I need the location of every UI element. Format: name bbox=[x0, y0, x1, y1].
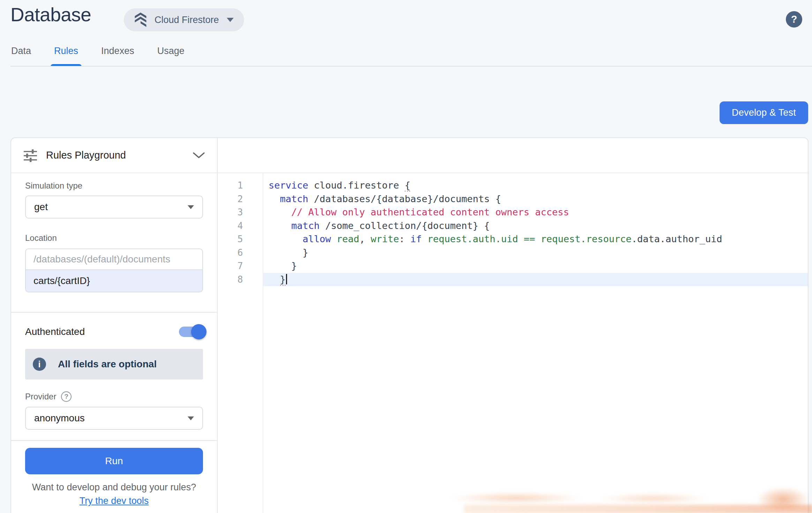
location-label: Location bbox=[25, 233, 203, 243]
editor-toolbar bbox=[218, 138, 808, 173]
code-line-content[interactable]: // Allow only authenticated content owne… bbox=[263, 206, 808, 219]
authenticated-label: Authenticated bbox=[25, 326, 85, 337]
tab-label: Indexes bbox=[101, 46, 134, 56]
playground-body: Simulation type get Location /databases/… bbox=[11, 173, 217, 513]
provider-label: Provider bbox=[25, 392, 56, 401]
code-line[interactable]: 4 match /some_collection/{document} { bbox=[218, 219, 808, 233]
playground-header[interactable]: Rules Playground bbox=[11, 138, 217, 173]
run-button[interactable]: Run bbox=[25, 448, 203, 474]
line-number: 7 bbox=[218, 259, 263, 273]
info-banner: All fields are optional bbox=[25, 349, 203, 380]
rules-card: Rules Playground Simulation type get Loc… bbox=[10, 137, 809, 513]
tune-icon bbox=[23, 148, 38, 163]
firestore-icon bbox=[133, 12, 148, 28]
page-title: Database bbox=[10, 3, 91, 26]
line-number: 2 bbox=[218, 192, 263, 206]
code-line-content[interactable]: allow read, write: if request.auth.uid =… bbox=[263, 232, 808, 246]
divider bbox=[11, 312, 217, 313]
line-number: 4 bbox=[218, 219, 263, 233]
code-line-content[interactable]: } bbox=[263, 273, 808, 286]
text-cursor bbox=[286, 274, 287, 284]
provider-value: anonymous bbox=[34, 413, 85, 424]
dev-tools-question: Want to develop and debug your rules? bbox=[25, 482, 203, 493]
code-line[interactable]: 2 match /databases/{database}/documents … bbox=[218, 192, 808, 206]
code-line[interactable]: 7 } bbox=[218, 259, 808, 273]
playground-title: Rules Playground bbox=[46, 150, 126, 161]
tabs-divider bbox=[10, 66, 812, 67]
line-number: 3 bbox=[218, 206, 263, 219]
tabs: DataRulesIndexesUsage bbox=[10, 46, 207, 67]
simulation-type-label: Simulation type bbox=[25, 181, 203, 191]
tab-usage[interactable]: Usage bbox=[157, 46, 185, 67]
toggle-knob bbox=[191, 324, 206, 339]
product-label: Cloud Firestore bbox=[155, 15, 219, 25]
simulation-type-select[interactable]: get bbox=[25, 196, 203, 219]
provider-row: Provider bbox=[25, 391, 203, 402]
chevron-down-icon[interactable] bbox=[193, 152, 205, 159]
code-line-content[interactable]: match /some_collection/{document} { bbox=[263, 219, 808, 233]
tab-label: Usage bbox=[157, 46, 185, 56]
location-field[interactable]: /databases/(default)/documents carts/{ca… bbox=[25, 248, 203, 292]
tab-indexes[interactable]: Indexes bbox=[100, 46, 135, 67]
product-selector[interactable]: Cloud Firestore bbox=[124, 8, 244, 31]
code-lines: 1service cloud.firestore {2 match /datab… bbox=[218, 179, 808, 286]
dev-tools-link[interactable]: Try the dev tools bbox=[25, 496, 203, 506]
code-editor[interactable]: 1service cloud.firestore {2 match /datab… bbox=[218, 173, 808, 513]
gutter-divider bbox=[263, 173, 263, 513]
app-header: Database Cloud Firestore bbox=[10, 3, 812, 35]
location-input[interactable]: carts/{cartID} bbox=[26, 270, 202, 292]
location-placeholder: /databases/(default)/documents bbox=[26, 249, 202, 270]
develop-test-button[interactable]: Develop & Test bbox=[720, 101, 808, 124]
line-number: 5 bbox=[218, 232, 263, 246]
caret-down-icon bbox=[227, 18, 234, 22]
caret-down-icon bbox=[188, 416, 194, 420]
caret-down-icon bbox=[188, 205, 194, 209]
code-line[interactable]: 1service cloud.firestore { bbox=[218, 179, 808, 192]
line-number: 1 bbox=[218, 179, 263, 192]
code-line[interactable]: 3 // Allow only authenticated content ow… bbox=[218, 206, 808, 219]
code-line-content[interactable]: } bbox=[263, 246, 808, 260]
help-icon[interactable] bbox=[786, 11, 802, 28]
info-message: All fields are optional bbox=[58, 359, 157, 370]
code-line[interactable]: 8 } bbox=[218, 273, 808, 286]
simulation-type-value: get bbox=[34, 201, 48, 213]
line-number: 6 bbox=[218, 246, 263, 260]
authenticated-toggle[interactable] bbox=[179, 327, 206, 337]
provider-select[interactable]: anonymous bbox=[25, 407, 203, 430]
tab-label: Data bbox=[11, 46, 31, 56]
provider-help-icon[interactable] bbox=[61, 391, 72, 402]
tab-rules[interactable]: Rules bbox=[53, 46, 79, 67]
info-icon bbox=[33, 358, 46, 371]
code-line[interactable]: 6 } bbox=[218, 246, 808, 260]
code-line-content[interactable]: match /databases/{database}/documents { bbox=[263, 192, 808, 206]
rules-playground-panel: Rules Playground Simulation type get Loc… bbox=[11, 138, 218, 513]
rules-editor: 1service cloud.firestore {2 match /datab… bbox=[218, 138, 808, 513]
tab-label: Rules bbox=[54, 46, 78, 56]
authenticated-row: Authenticated bbox=[25, 323, 203, 340]
divider bbox=[11, 440, 217, 441]
code-line-content[interactable]: } bbox=[263, 259, 808, 273]
tab-data[interactable]: Data bbox=[10, 46, 32, 67]
line-number: 8 bbox=[218, 273, 263, 286]
code-line-content[interactable]: service cloud.firestore { bbox=[263, 179, 808, 192]
code-line[interactable]: 5 allow read, write: if request.auth.uid… bbox=[218, 232, 808, 246]
